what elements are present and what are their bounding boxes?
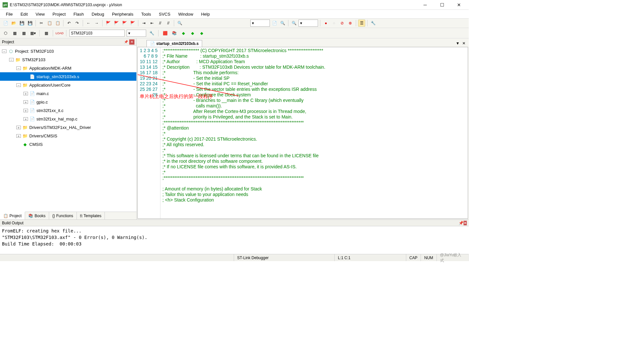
save-icon[interactable]: 💾 <box>18 20 25 27</box>
indent-icon[interactable]: ⇥ <box>140 20 147 27</box>
cut-icon[interactable]: ✂ <box>38 20 45 27</box>
file-ext-icon[interactable]: 🟥 <box>161 30 169 37</box>
find-in-files-icon[interactable]: 📄 <box>271 20 278 27</box>
batch-build-icon[interactable]: ▦▾ <box>29 30 36 37</box>
tab-dropdown-icon[interactable]: ▼ <box>456 41 460 46</box>
target-selector[interactable]: STM32F103 <box>69 30 125 37</box>
panel-close-icon[interactable]: ✕ <box>464 221 467 225</box>
download-icon[interactable]: LOAD <box>56 30 63 37</box>
tree-item[interactable]: +📄stm32f1xx_it.c <box>0 106 136 115</box>
build-output-content[interactable]: FromELF: creating hex file... "STM32F103… <box>0 226 469 254</box>
comment-icon[interactable]: // <box>157 20 164 27</box>
tree-item[interactable]: +📁Drivers/STM32F1xx_HAL_Driver <box>0 123 136 132</box>
breakpoint-killall-icon[interactable]: ⊗ <box>347 20 354 27</box>
menu-help[interactable]: Help <box>198 11 213 18</box>
project-panel: Project 📌 ✕ −⬡Project: STM32F103−📁STM32F… <box>0 38 137 219</box>
open-icon[interactable]: 📂 <box>10 20 17 27</box>
project-panel-title: Project <box>2 40 14 44</box>
minimize-button[interactable]: ─ <box>421 2 430 8</box>
panel-close-icon[interactable]: ✕ <box>129 39 134 45</box>
tree-item[interactable]: ◆CMSIS <box>0 140 136 148</box>
configure-icon[interactable]: 🔧 <box>369 20 377 27</box>
outdent-icon[interactable]: ⇤ <box>148 20 156 27</box>
panel-tab-templates[interactable]: ⎘Templates <box>77 212 105 219</box>
menu-svcs[interactable]: SVCS <box>156 11 174 18</box>
main-toolbar: 📄 📂 💾 💾 ✂ 📋 📋 ↶ ↷ ← → 🚩 🚩 🚩 🚩 ⇥ ⇤ // // … <box>0 18 469 28</box>
close-button[interactable]: ✕ <box>454 2 464 8</box>
uncomment-icon[interactable]: // <box>165 20 172 27</box>
incremental-find-icon[interactable]: 🔍 <box>279 20 286 27</box>
bookmark-prev-icon[interactable]: 🚩 <box>113 20 120 27</box>
bookmark-clear-icon[interactable]: 🚩 <box>129 20 136 27</box>
tree-item[interactable]: +📄stm32f1xx_hal_msp.c <box>0 115 136 123</box>
stop-build-icon[interactable]: ▦ <box>43 30 50 37</box>
project-tree[interactable]: −⬡Project: STM32F103−📁STM32F103−📁Applica… <box>0 46 136 212</box>
tree-item[interactable]: −📁Application/MDK-ARM <box>0 64 136 72</box>
options-icon[interactable]: 🔧 <box>148 30 155 37</box>
pin-icon[interactable]: 📌 <box>459 221 464 225</box>
breakpoint-disable-icon[interactable]: ○ <box>330 20 338 27</box>
debug-icon[interactable]: 🔍 <box>290 20 298 27</box>
menu-view[interactable]: View <box>32 11 48 18</box>
select-pack-icon[interactable]: ◆ <box>180 30 187 37</box>
project-panel-header: Project 📌 ✕ <box>0 38 136 46</box>
build-output-header: Build Output 📌 ✕ <box>0 220 469 226</box>
panel-tab-books[interactable]: 📚Books <box>25 212 49 219</box>
manage-icon[interactable]: 📚 <box>171 30 178 37</box>
panel-tabs: 📋Project📚Books{}Functions⎘Templates <box>0 212 136 219</box>
redo-icon[interactable]: ↷ <box>74 20 81 27</box>
tab-close-icon[interactable]: ✕ <box>462 41 465 46</box>
bookmark-next-icon[interactable]: 🚩 <box>121 20 128 27</box>
menu-project[interactable]: Project <box>49 11 69 18</box>
breakpoint-icon[interactable]: ● <box>322 20 329 27</box>
panel-tab-functions[interactable]: {}Functions <box>49 212 77 219</box>
status-num: NUM <box>421 254 437 261</box>
menu-bar: FileEditViewProjectFlashDebugPeripherals… <box>0 10 469 18</box>
nav-back-icon[interactable]: ← <box>85 20 92 27</box>
tree-item[interactable]: +📄gpio.c <box>0 98 136 106</box>
status-bar: ST-Link Debugger L:1 C:1 CAP NUM @JiaYu嵌… <box>0 254 469 261</box>
editor-tab[interactable]: 📄 startup_stm32f103xb.s <box>146 40 202 47</box>
code-editor[interactable]: 1 2 3 4 5 6 7 8 9 10 11 12 13 14 15 16 1… <box>137 47 468 219</box>
pin-icon[interactable]: 📌 <box>123 39 129 45</box>
build-icon[interactable]: ▦ <box>11 30 18 37</box>
debug-combo[interactable]: ▾ <box>299 20 318 27</box>
copy-icon[interactable]: 📋 <box>46 20 53 27</box>
save-all-icon[interactable]: 💾 <box>26 20 34 27</box>
tree-item[interactable]: +📄main.c <box>0 89 136 98</box>
undo-icon[interactable]: ↶ <box>65 20 73 27</box>
project-window-icon[interactable]: ☰ <box>358 20 365 27</box>
tree-item[interactable]: +📁Drivers/CMSIS <box>0 132 136 140</box>
bookmark-icon[interactable]: 🚩 <box>104 20 112 27</box>
panel-tab-project[interactable]: 📋Project <box>0 212 25 219</box>
window-title: E:\STM32\STM32F103\MDK-ARM\STM32F103.uvp… <box>10 3 421 7</box>
runtime-env-icon[interactable]: ◆ <box>198 30 205 37</box>
pack-installer-icon[interactable]: ◆ <box>189 30 196 37</box>
menu-debug[interactable]: Debug <box>89 11 107 18</box>
maximize-button[interactable]: ☐ <box>438 2 447 8</box>
code-content[interactable]: ;******************** (C) COPYRIGHT 2017… <box>160 47 468 218</box>
tree-item[interactable]: −📁STM32F103 <box>0 55 136 64</box>
line-gutter: 1 2 3 4 5 6 7 8 9 10 11 12 13 14 15 16 1… <box>138 47 160 218</box>
find-combo[interactable]: ▾ <box>250 20 270 27</box>
tree-item[interactable]: −⬡Project: STM32F103 <box>0 47 136 55</box>
build-output-panel: Build Output 📌 ✕ FromELF: creating hex f… <box>0 219 469 254</box>
menu-flash[interactable]: Flash <box>70 11 87 18</box>
nav-fwd-icon[interactable]: → <box>93 20 100 27</box>
menu-peripherals[interactable]: Peripherals <box>109 11 137 18</box>
breakpoint-kill-icon[interactable]: ⊘ <box>339 20 346 27</box>
app-icon: µV <box>3 2 8 7</box>
status-cursor: L:1 C:1 <box>335 254 406 261</box>
tree-item[interactable]: −📁Application/User/Core <box>0 81 136 89</box>
paste-icon[interactable]: 📋 <box>54 20 61 27</box>
target-dropdown[interactable]: ▾ <box>127 30 146 37</box>
new-icon[interactable]: 📄 <box>2 20 9 27</box>
menu-window[interactable]: Window <box>175 11 196 18</box>
translate-icon[interactable]: ⬡ <box>2 30 9 37</box>
menu-tools[interactable]: Tools <box>138 11 154 18</box>
rebuild-icon[interactable]: ▦ <box>20 30 27 37</box>
menu-file[interactable]: File <box>3 11 16 18</box>
find-icon[interactable]: 🔍 <box>176 20 183 27</box>
menu-edit[interactable]: Edit <box>17 11 31 18</box>
tree-item[interactable]: 📄startup_stm32f103xb.s <box>0 72 136 81</box>
